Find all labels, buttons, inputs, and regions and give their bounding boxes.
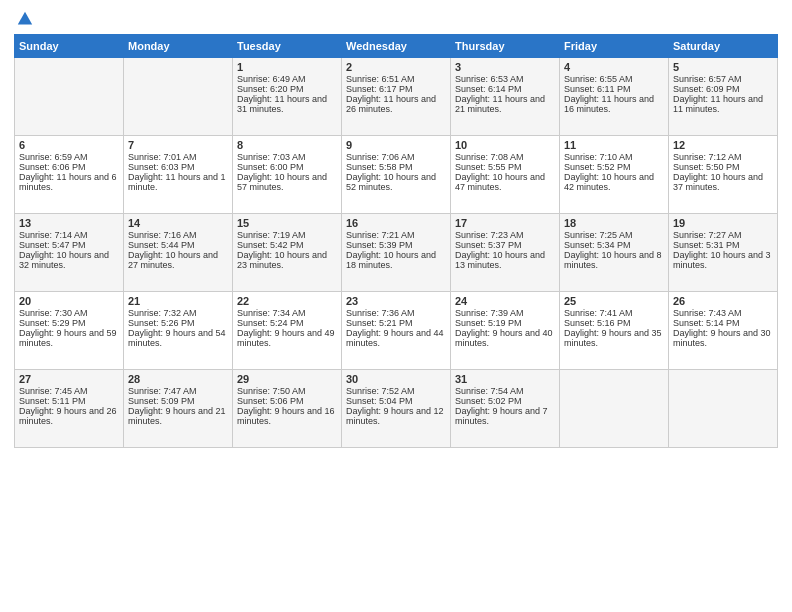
day-cell: 6Sunrise: 6:59 AMSunset: 6:06 PMDaylight… <box>15 136 124 214</box>
day-cell <box>15 58 124 136</box>
day-number: 3 <box>455 61 555 73</box>
sunrise-text: Sunrise: 7:03 AM <box>237 152 337 162</box>
sunset-text: Sunset: 5:02 PM <box>455 396 555 406</box>
day-cell: 23Sunrise: 7:36 AMSunset: 5:21 PMDayligh… <box>342 292 451 370</box>
daylight-text: Daylight: 9 hours and 21 minutes. <box>128 406 228 426</box>
day-number: 14 <box>128 217 228 229</box>
sunset-text: Sunset: 6:11 PM <box>564 84 664 94</box>
sunset-text: Sunset: 5:19 PM <box>455 318 555 328</box>
sunset-text: Sunset: 5:58 PM <box>346 162 446 172</box>
day-number: 9 <box>346 139 446 151</box>
sunset-text: Sunset: 6:06 PM <box>19 162 119 172</box>
daylight-text: Daylight: 10 hours and 42 minutes. <box>564 172 664 192</box>
sunset-text: Sunset: 5:29 PM <box>19 318 119 328</box>
day-number: 29 <box>237 373 337 385</box>
week-row-5: 27Sunrise: 7:45 AMSunset: 5:11 PMDayligh… <box>15 370 778 448</box>
daylight-text: Daylight: 11 hours and 31 minutes. <box>237 94 337 114</box>
sunrise-text: Sunrise: 7:19 AM <box>237 230 337 240</box>
sunset-text: Sunset: 5:52 PM <box>564 162 664 172</box>
week-row-1: 1Sunrise: 6:49 AMSunset: 6:20 PMDaylight… <box>15 58 778 136</box>
sunrise-text: Sunrise: 6:51 AM <box>346 74 446 84</box>
page-header <box>14 10 778 28</box>
daylight-text: Daylight: 10 hours and 32 minutes. <box>19 250 119 270</box>
day-cell: 29Sunrise: 7:50 AMSunset: 5:06 PMDayligh… <box>233 370 342 448</box>
header-day-thursday: Thursday <box>451 35 560 58</box>
day-number: 2 <box>346 61 446 73</box>
day-cell: 4Sunrise: 6:55 AMSunset: 6:11 PMDaylight… <box>560 58 669 136</box>
sunset-text: Sunset: 6:03 PM <box>128 162 228 172</box>
day-number: 4 <box>564 61 664 73</box>
sunrise-text: Sunrise: 7:21 AM <box>346 230 446 240</box>
sunrise-text: Sunrise: 7:16 AM <box>128 230 228 240</box>
day-cell <box>124 58 233 136</box>
daylight-text: Daylight: 9 hours and 49 minutes. <box>237 328 337 348</box>
sunrise-text: Sunrise: 7:23 AM <box>455 230 555 240</box>
sunset-text: Sunset: 6:17 PM <box>346 84 446 94</box>
sunrise-text: Sunrise: 7:30 AM <box>19 308 119 318</box>
day-cell: 31Sunrise: 7:54 AMSunset: 5:02 PMDayligh… <box>451 370 560 448</box>
day-cell: 27Sunrise: 7:45 AMSunset: 5:11 PMDayligh… <box>15 370 124 448</box>
sunset-text: Sunset: 6:14 PM <box>455 84 555 94</box>
day-cell: 9Sunrise: 7:06 AMSunset: 5:58 PMDaylight… <box>342 136 451 214</box>
day-number: 18 <box>564 217 664 229</box>
sunrise-text: Sunrise: 7:50 AM <box>237 386 337 396</box>
sunrise-text: Sunrise: 7:01 AM <box>128 152 228 162</box>
day-cell: 28Sunrise: 7:47 AMSunset: 5:09 PMDayligh… <box>124 370 233 448</box>
sunset-text: Sunset: 5:39 PM <box>346 240 446 250</box>
sunset-text: Sunset: 5:06 PM <box>237 396 337 406</box>
day-number: 31 <box>455 373 555 385</box>
day-number: 11 <box>564 139 664 151</box>
sunrise-text: Sunrise: 7:32 AM <box>128 308 228 318</box>
daylight-text: Daylight: 11 hours and 1 minute. <box>128 172 228 192</box>
sunset-text: Sunset: 5:55 PM <box>455 162 555 172</box>
daylight-text: Daylight: 10 hours and 37 minutes. <box>673 172 773 192</box>
svg-marker-0 <box>18 12 32 25</box>
sunrise-text: Sunrise: 7:14 AM <box>19 230 119 240</box>
daylight-text: Daylight: 10 hours and 57 minutes. <box>237 172 337 192</box>
day-number: 1 <box>237 61 337 73</box>
logo-icon <box>16 10 34 28</box>
day-number: 21 <box>128 295 228 307</box>
header-day-friday: Friday <box>560 35 669 58</box>
daylight-text: Daylight: 11 hours and 16 minutes. <box>564 94 664 114</box>
sunrise-text: Sunrise: 7:34 AM <box>237 308 337 318</box>
day-number: 24 <box>455 295 555 307</box>
daylight-text: Daylight: 10 hours and 3 minutes. <box>673 250 773 270</box>
daylight-text: Daylight: 10 hours and 13 minutes. <box>455 250 555 270</box>
day-cell: 1Sunrise: 6:49 AMSunset: 6:20 PMDaylight… <box>233 58 342 136</box>
day-cell <box>669 370 778 448</box>
daylight-text: Daylight: 9 hours and 26 minutes. <box>19 406 119 426</box>
day-cell: 15Sunrise: 7:19 AMSunset: 5:42 PMDayligh… <box>233 214 342 292</box>
calendar-table: SundayMondayTuesdayWednesdayThursdayFrid… <box>14 34 778 448</box>
day-number: 19 <box>673 217 773 229</box>
sunrise-text: Sunrise: 6:49 AM <box>237 74 337 84</box>
day-number: 27 <box>19 373 119 385</box>
sunset-text: Sunset: 5:37 PM <box>455 240 555 250</box>
sunrise-text: Sunrise: 7:45 AM <box>19 386 119 396</box>
daylight-text: Daylight: 10 hours and 8 minutes. <box>564 250 664 270</box>
daylight-text: Daylight: 11 hours and 6 minutes. <box>19 172 119 192</box>
daylight-text: Daylight: 9 hours and 16 minutes. <box>237 406 337 426</box>
week-row-4: 20Sunrise: 7:30 AMSunset: 5:29 PMDayligh… <box>15 292 778 370</box>
sunrise-text: Sunrise: 7:36 AM <box>346 308 446 318</box>
day-number: 10 <box>455 139 555 151</box>
header-day-sunday: Sunday <box>15 35 124 58</box>
day-cell: 16Sunrise: 7:21 AMSunset: 5:39 PMDayligh… <box>342 214 451 292</box>
header-day-monday: Monday <box>124 35 233 58</box>
sunrise-text: Sunrise: 7:41 AM <box>564 308 664 318</box>
day-number: 13 <box>19 217 119 229</box>
daylight-text: Daylight: 9 hours and 30 minutes. <box>673 328 773 348</box>
day-number: 30 <box>346 373 446 385</box>
daylight-text: Daylight: 10 hours and 52 minutes. <box>346 172 446 192</box>
day-number: 26 <box>673 295 773 307</box>
sunset-text: Sunset: 5:50 PM <box>673 162 773 172</box>
sunset-text: Sunset: 5:26 PM <box>128 318 228 328</box>
day-cell: 13Sunrise: 7:14 AMSunset: 5:47 PMDayligh… <box>15 214 124 292</box>
sunrise-text: Sunrise: 7:54 AM <box>455 386 555 396</box>
header-day-wednesday: Wednesday <box>342 35 451 58</box>
sunset-text: Sunset: 5:09 PM <box>128 396 228 406</box>
daylight-text: Daylight: 9 hours and 40 minutes. <box>455 328 555 348</box>
day-cell: 22Sunrise: 7:34 AMSunset: 5:24 PMDayligh… <box>233 292 342 370</box>
daylight-text: Daylight: 9 hours and 54 minutes. <box>128 328 228 348</box>
sunset-text: Sunset: 5:47 PM <box>19 240 119 250</box>
